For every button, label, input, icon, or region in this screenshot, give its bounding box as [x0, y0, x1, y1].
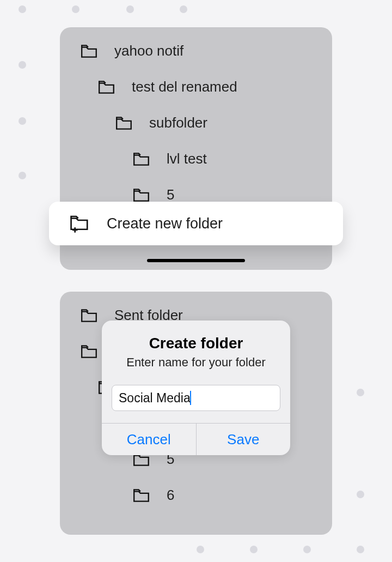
folder-icon: [132, 485, 151, 505]
folder-label: lvl test: [167, 150, 207, 167]
folder-row[interactable]: subfolder: [60, 105, 332, 141]
folder-row[interactable]: test del renamed: [60, 69, 332, 105]
cancel-button[interactable]: Cancel: [102, 424, 196, 455]
home-indicator: [147, 259, 245, 262]
folder-icon: [79, 341, 99, 361]
folder-label: subfolder: [149, 114, 207, 131]
folder-icon: [132, 149, 151, 168]
folder-icon: [79, 305, 99, 325]
folder-label: 5: [167, 186, 174, 203]
folder-icon: [114, 113, 134, 132]
folder-row[interactable]: lvl test: [60, 141, 332, 177]
folder-row[interactable]: 6: [60, 477, 332, 513]
folder-label: 6: [167, 487, 174, 504]
create-folder-dialog: Create folder Enter name for your folder…: [102, 321, 290, 455]
create-new-folder-label: Create new folder: [107, 215, 223, 232]
folder-label: yahoo notif: [114, 43, 183, 59]
folder-icon: [97, 77, 117, 96]
folder-icon: [79, 41, 99, 61]
folder-add-icon: [69, 213, 90, 234]
folder-name-input[interactable]: Social Media: [112, 385, 280, 411]
save-button[interactable]: Save: [196, 424, 291, 455]
dialog-subtitle: Enter name for your folder: [112, 355, 280, 370]
dialog-title: Create folder: [112, 335, 280, 352]
folder-row[interactable]: yahoo notif: [60, 33, 332, 69]
folder-label: test del renamed: [132, 78, 237, 95]
create-new-folder-action[interactable]: Create new folder: [49, 202, 343, 245]
